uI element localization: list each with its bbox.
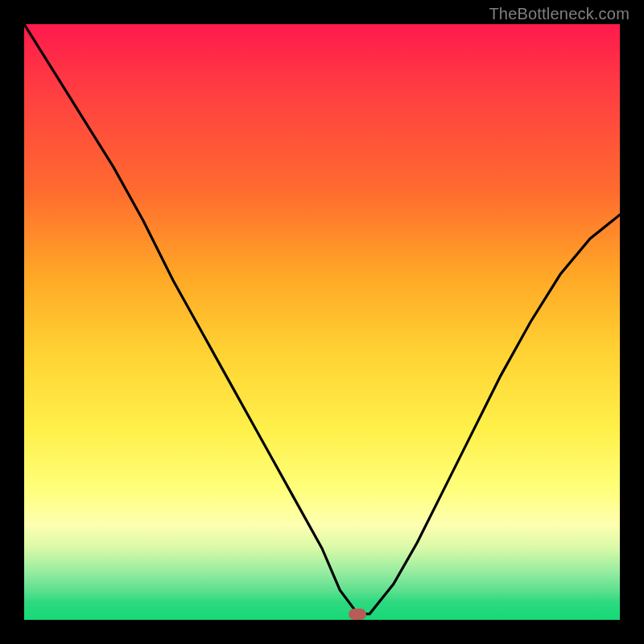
optimal-point-marker	[349, 609, 366, 620]
bottleneck-curve-path	[24, 24, 620, 614]
chart-plot-area	[24, 24, 620, 620]
chart-svg	[24, 24, 620, 620]
outer-frame: TheBottleneck.com	[0, 0, 644, 644]
attribution-label: TheBottleneck.com	[489, 5, 630, 23]
